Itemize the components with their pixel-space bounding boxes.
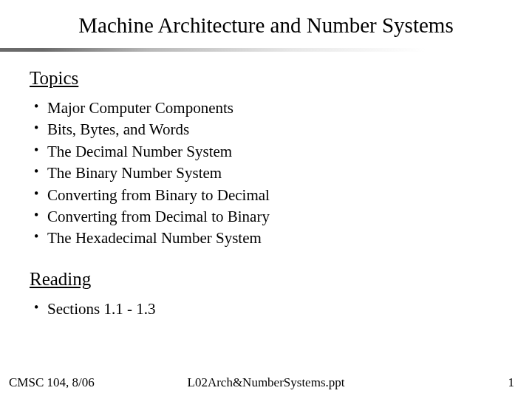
list-item: The Decimal Number System	[30, 141, 502, 163]
list-item: Converting from Binary to Decimal	[30, 185, 502, 206]
topics-heading: Topics	[30, 68, 502, 89]
list-item: The Binary Number System	[30, 163, 502, 184]
topics-list: Major Computer Components Bits, Bytes, a…	[30, 98, 502, 250]
divider-line	[0, 48, 532, 52]
list-item: Bits, Bytes, and Words	[30, 119, 502, 140]
footer-center: L02Arch&NumberSystems.ppt	[188, 375, 345, 390]
slide-title: Machine Architecture and Number Systems	[30, 13, 502, 38]
list-item: The Hexadecimal Number System	[30, 228, 502, 249]
slide: Machine Architecture and Number Systems …	[0, 0, 532, 399]
footer: CMSC 104, 8/06 L02Arch&NumberSystems.ppt…	[0, 375, 532, 390]
list-item: Converting from Decimal to Binary	[30, 206, 502, 228]
reading-list: Sections 1.1 - 1.3	[30, 299, 502, 320]
reading-heading: Reading	[30, 269, 502, 290]
footer-left: CMSC 104, 8/06	[9, 375, 95, 390]
list-item: Major Computer Components	[30, 98, 502, 119]
footer-right: 1	[508, 375, 515, 390]
list-item: Sections 1.1 - 1.3	[30, 299, 502, 320]
